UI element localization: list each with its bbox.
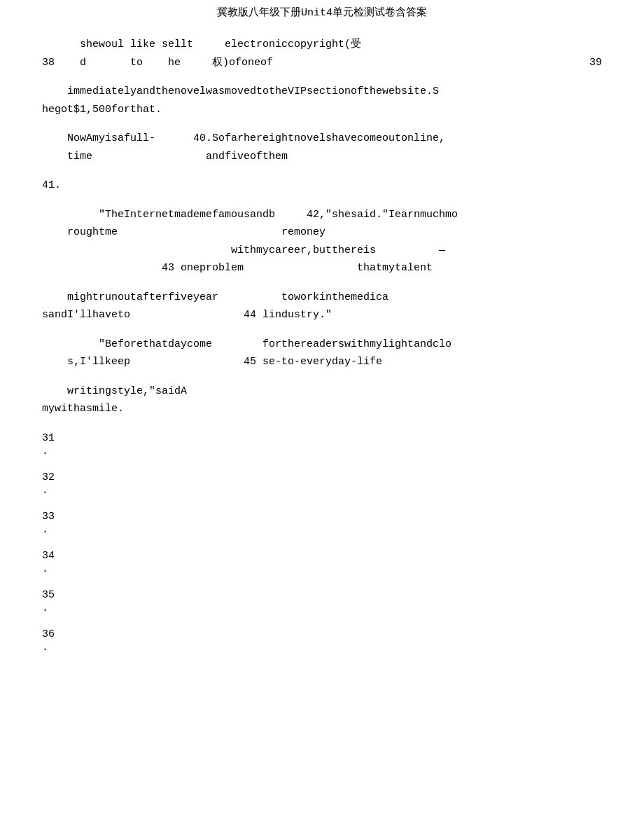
middle-text-38-39: d to he 权)ofoneof — [67, 54, 581, 72]
dot-35: . — [42, 602, 602, 614]
text-line-10: 43 oneproblem thatmytalent — [42, 259, 602, 277]
number-34: 34 — [42, 550, 602, 562]
text-line-8: roughtme remoney — [42, 223, 602, 242]
paragraph-7: writingstyle,″saidA mywithasmile. — [42, 382, 602, 418]
paragraph-4: ″TheInternetmademefamousandb 42,″shesaid… — [42, 206, 602, 277]
number-35: 35 — [42, 589, 602, 601]
text-line-15: writingstyle,″saidA — [42, 382, 602, 401]
text-line-3: hegot$1,500forthat. — [42, 101, 602, 119]
paragraph-2: immediatelyandthenovelwasmovedtotheVIPse… — [42, 83, 602, 118]
dot-33: . — [42, 524, 602, 536]
number-36: 36 — [42, 628, 602, 640]
text-line-2: immediatelyandthenovelwasmovedtotheVIPse… — [42, 83, 602, 101]
paragraph-5: mightrunoutafterfiveyear toworkinthemedi… — [42, 289, 602, 324]
text-line-12: sandI'llhaveto 44 lindustry.″ — [42, 306, 602, 324]
text-line-5: time andfiveofthem — [42, 148, 602, 166]
text-line-16: mywithasmile. — [42, 400, 602, 418]
dot-32: . — [42, 485, 602, 497]
number-38: 38 — [42, 54, 67, 72]
text-line-11: mightrunoutafterfiveyear toworkinthemedi… — [42, 289, 602, 307]
text-line-1b: 38 d to he 权)ofoneof 39 — [42, 54, 602, 72]
number-32: 32 — [42, 471, 602, 483]
dot-34: . — [42, 563, 602, 575]
text-line-13: ″Beforethatdaycome forthereaderswithmyli… — [42, 336, 602, 354]
paragraph-1: shewoul like sellt electroniccopyright(受… — [42, 36, 602, 71]
text-line-14: s,I'llkeep 45 se-to-everyday-life — [42, 353, 602, 371]
text-line-9: withmycareer,butthereis — — [42, 242, 602, 260]
number-39: 39 — [581, 54, 602, 72]
text-line-7: ″TheInternetmademefamousandb 42,″shesaid… — [42, 206, 602, 224]
page-title: 冀教版八年级下册Unit4单元检测试卷含答案 — [0, 0, 644, 22]
number-33: 33 — [42, 511, 602, 523]
paragraph-6: ″Beforethatdaycome forthereaderswithmyli… — [42, 336, 602, 371]
text-line-1a: shewoul like sellt electroniccopyright(受 — [42, 36, 602, 54]
number-31: 31 — [42, 432, 602, 444]
paragraph-3: NowAmyisafull- 40.Sofarhereightnovelshav… — [42, 130, 602, 165]
dot-36: . — [42, 642, 602, 654]
text-line-6: 41. — [42, 177, 602, 195]
text-line-4: NowAmyisafull- 40.Sofarhereightnovelshav… — [42, 130, 602, 148]
dot-31: . — [42, 446, 602, 457]
paragraph-41: 41. — [42, 177, 602, 195]
